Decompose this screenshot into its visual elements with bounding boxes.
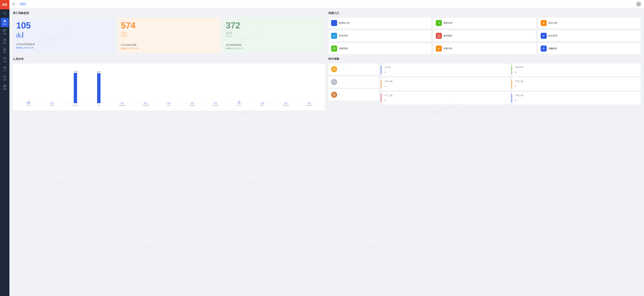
stat-bar-planned (381, 66, 382, 74)
risk-date-probation: 数据截止 2022-10-25 (121, 47, 217, 50)
sidebar-label-staff: 人事 (3, 60, 6, 63)
svg-rect-23 (226, 32, 232, 37)
bar (214, 103, 217, 103)
risk-card-contract[interactable]: 105 4天内合同到期签署 数据截止 2022-10-25 (13, 18, 116, 53)
quick-item-new-hire[interactable]: 新增待入职 (328, 18, 431, 28)
quick-item-org-struct[interactable]: 组织架构 (433, 30, 536, 41)
bar (27, 103, 30, 103)
risk-date-contract: 数据截止 2022-10-25 (16, 46, 112, 49)
risk-card-retirement[interactable]: 372 40天内退休到期 数据截止 2022-10-25 (222, 18, 325, 53)
stat-label-planned: 应出勤 (384, 66, 508, 69)
svg-rect-4 (4, 31, 4, 32)
sidebar: RR 首页 基础 权限 组织 人事 (0, 0, 10, 296)
sidebar-item-permission[interactable]: 权限 (0, 37, 10, 46)
rank-card-1: - - (328, 63, 379, 75)
svg-rect-7 (4, 50, 4, 50)
svg-rect-6 (4, 48, 5, 48)
quick-label-regularize: 转正办理 (548, 21, 557, 24)
regularize-icon (541, 20, 547, 26)
stat-actual: 实际出勤 - (512, 63, 641, 76)
sidebar-label-salary: 薪酬 (3, 88, 6, 90)
bar-label: 短期合同 (298, 104, 321, 107)
bar-label: 入职中 (17, 104, 40, 107)
bar (190, 103, 194, 103)
svg-rect-8 (5, 50, 6, 50)
bar-group (181, 103, 204, 103)
quick-item-attendance-detail[interactable]: 考勤明细 (328, 43, 431, 54)
stat-bar-early (512, 80, 512, 88)
attendance-title: 昨日考勤 (328, 57, 641, 61)
bar-label: 灵活派遣 (274, 104, 297, 107)
rank-badge-1 (331, 66, 337, 72)
sidebar-item-staff[interactable]: 人事 (0, 55, 10, 64)
svg-point-56 (334, 94, 335, 95)
bar (120, 103, 124, 103)
quick-item-resignation[interactable]: 离职办理 (433, 18, 536, 28)
bar-label: 实习生 (228, 104, 251, 107)
stat-label-actual: 实际出勤 (515, 66, 638, 69)
bar-label: 顾问 (251, 104, 274, 107)
quick-label-position: 职位管理 (548, 34, 557, 37)
risk-number-probation: 574 (121, 21, 217, 30)
sidebar-item-base[interactable]: 基础 (0, 27, 10, 37)
attendance-calc-icon (436, 45, 442, 52)
bar-group (204, 103, 227, 103)
bar (261, 103, 264, 103)
svg-point-14 (4, 57, 5, 58)
quick-label-new-hire: 新增待入职 (339, 21, 350, 24)
bar-group (251, 103, 274, 103)
stat-absent: 旷工人数 - (381, 92, 510, 105)
bar-group (110, 103, 134, 103)
bar-label: 业务外包 (204, 104, 227, 107)
risk-date-retirement: 数据截止 2022-10-25 (226, 47, 322, 50)
quick-item-salary-calc[interactable]: 薪酬核算 (538, 43, 641, 54)
attendance-stats: 应出勤 - 实际出勤 - (381, 63, 641, 105)
attendance-section: 昨日考勤 - - (328, 57, 641, 111)
risk-number-contract: 105 (16, 21, 112, 30)
bar-label: 小时工 (158, 104, 180, 107)
bar-group: 1193 (64, 71, 87, 103)
rank-score-2: - (343, 81, 344, 83)
bar-value: 1180 (97, 71, 101, 73)
quick-label-attendance-detail: 考勤明细 (339, 47, 348, 50)
svg-rect-3 (5, 29, 6, 30)
resignation-icon (436, 20, 442, 26)
quick-item-attendance-calc[interactable]: 考勤计算 (433, 43, 536, 54)
rank-card-3: - - (328, 89, 379, 101)
bar-group (274, 103, 297, 103)
rank-name-1: - (339, 68, 340, 71)
quick-item-position[interactable]: 职位管理 (538, 30, 641, 41)
risk-label-retirement: 40天内退休到期 (226, 43, 322, 46)
bar-group: 13 (228, 101, 251, 103)
sidebar-item-home[interactable]: 首页 (1, 18, 9, 27)
bar (167, 103, 170, 103)
risk-card-probation[interactable]: 574 45天内转正到期 数据截止 2022-10-25 (118, 18, 220, 53)
bar (50, 103, 54, 103)
sidebar-item-salary[interactable]: 薪酬 (0, 83, 10, 92)
sidebar-item-org[interactable]: 组织 (0, 46, 10, 55)
quick-item-regularize[interactable]: 转正办理 (538, 18, 641, 28)
bar (308, 103, 311, 103)
sidebar-item-time[interactable]: 时间 (0, 74, 10, 83)
breadcrumb-home[interactable]: 首页 (18, 2, 28, 6)
svg-rect-32 (439, 36, 440, 37)
bar-label: 离职中 (40, 104, 64, 107)
back-button[interactable]: ‹ (17, 3, 18, 5)
risk-number-retirement: 372 (226, 21, 322, 30)
menu-toggle-button[interactable]: ☰ (12, 2, 15, 6)
bar-value: 13 (238, 101, 240, 103)
sidebar-item-search[interactable] (0, 9, 10, 17)
stat-bar-absent (381, 94, 382, 103)
stat-leave: 请假人数 - (512, 92, 641, 105)
quick-item-transfer[interactable]: 异动办理 (328, 30, 431, 41)
svg-rect-31 (438, 36, 438, 37)
user-avatar[interactable] (636, 1, 641, 7)
sidebar-label-home: 首页 (3, 23, 6, 25)
quick-label-transfer: 异动办理 (339, 34, 348, 37)
sidebar-item-talent[interactable]: 人才 (0, 64, 10, 74)
stat-value-early: - (515, 84, 638, 88)
risk-label-contract: 4天内合同到期签署 (16, 43, 112, 46)
risk-cards-container: 105 4天内合同到期签署 数据截止 2022-10-25 (13, 18, 325, 53)
svg-point-55 (334, 81, 335, 83)
position-icon (541, 33, 547, 39)
